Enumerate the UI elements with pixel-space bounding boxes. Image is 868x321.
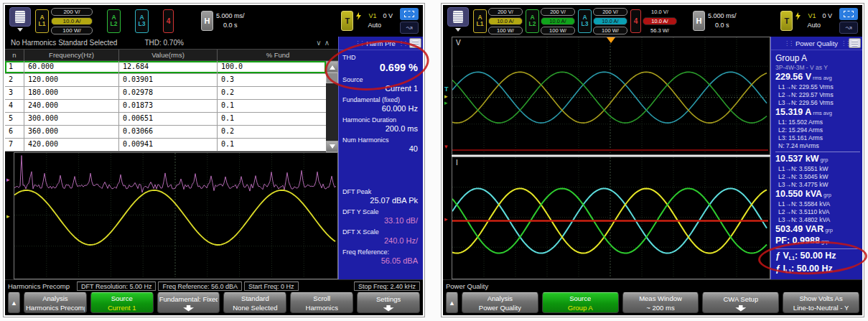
power-quality-titlebar[interactable]: ⋮⋮ Power Quality ⋮⋮ xyxy=(771,37,862,50)
table-row[interactable]: 2120.0000.039010.3 xyxy=(5,74,326,87)
channel-badge-4[interactable]: 4 xyxy=(630,9,641,33)
scroll-down-button[interactable] xyxy=(326,141,338,152)
table-row[interactable]: 4240.0000.018730.1 xyxy=(5,100,326,113)
table-cell: 240.000 xyxy=(24,100,118,112)
triangle-down-icon xyxy=(330,144,335,152)
scale-10-0-a[interactable]: 10.0 A/ xyxy=(51,17,93,25)
i-wave-canvas: I ▸ xyxy=(452,157,770,279)
scale-56-3-w[interactable]: 56.3 W/ xyxy=(643,27,677,34)
table-row[interactable]: 6360.0000.030660.2 xyxy=(5,126,326,139)
softkey-cwa-setup[interactable]: CWA Setup xyxy=(702,292,779,313)
channel-badge-L3[interactable]: AL3 xyxy=(135,9,149,33)
panel-menu-icon[interactable] xyxy=(409,38,421,48)
left-trigger-group: T V1 0 V Auto xyxy=(341,11,393,31)
softkey-analysis[interactable]: AnalysisHarmonics Precomp xyxy=(24,292,87,313)
trigger-button[interactable]: T xyxy=(780,11,793,31)
panel-menu-icon[interactable] xyxy=(849,38,861,48)
table-row[interactable]: 3180.0000.029780.2 xyxy=(5,87,326,100)
pq-big-f-i-50-00-hz: ƒ IL1: 50.00 Hz xyxy=(775,264,860,276)
dashed-rect-glyph xyxy=(404,11,414,17)
table-row[interactable]: 7420.0000.009410.1 xyxy=(5,139,326,152)
scale-10-0-a[interactable]: 10.0 A/ xyxy=(541,17,575,25)
softkey-settings[interactable]: Settings xyxy=(357,292,420,313)
collapse-chevron-icon[interactable]: ∨ xyxy=(316,39,324,47)
zoom-select-tool-icon[interactable] xyxy=(400,8,419,20)
channel-name: L1 xyxy=(477,21,484,27)
scale-10-0-a[interactable]: 10.0 A/ xyxy=(488,17,523,25)
field-fundamental-fixed: Fundamental (fixed)60.000 Hz xyxy=(342,96,419,114)
mode-label: Power Quality xyxy=(446,282,488,290)
scale-10-0-v[interactable]: 10.0 V/ xyxy=(643,8,677,16)
pq-text: Group A xyxy=(775,53,807,63)
scale-10-0-a[interactable]: 10.0 A/ xyxy=(593,17,627,25)
trigger-button[interactable]: T xyxy=(341,11,353,31)
channel-badge-L1[interactable]: AL1 xyxy=(473,9,487,33)
channel-name: L3 xyxy=(582,21,589,27)
harm-pre-fields: THD0.699 %SourceCurrent 1Fundamental (fi… xyxy=(339,50,423,279)
scale-100-w[interactable]: 100 W/ xyxy=(488,27,523,34)
main-menu-button[interactable] xyxy=(9,7,31,34)
table-cell: 0.3 xyxy=(217,74,326,86)
softkey-source[interactable]: SourceCurrent 1 xyxy=(90,292,154,313)
table-cell: 300.000 xyxy=(24,113,118,125)
table-cell: 2 xyxy=(5,74,24,86)
pq-big-229-56-v: 229.56 Vrms avg xyxy=(775,72,860,83)
expand-chevron-icon[interactable]: ∧ xyxy=(325,39,332,47)
table-row[interactable]: 160.00012.684100.0 xyxy=(5,61,326,74)
table-cell: 0.1 xyxy=(217,100,326,112)
softkey-top-label: Standard xyxy=(241,294,269,303)
waveform-tool-icon[interactable]: ↝ xyxy=(839,22,858,34)
channel-badge-L2[interactable]: AL2 xyxy=(526,9,539,33)
channel-4: 410.0 V/10.0 A/56.3 W/ xyxy=(630,7,677,35)
table-row[interactable]: 5300.0000.006510.1 xyxy=(5,113,326,126)
scale-100-w[interactable]: 100 W/ xyxy=(51,27,93,34)
scroll-up-button[interactable] xyxy=(326,61,338,73)
softkey-meas-window[interactable]: Meas Window~ 200 ms xyxy=(622,292,699,313)
harm-pre-titlebar[interactable]: ⋮⋮ Harm Pre ⋮⋮ xyxy=(339,37,423,50)
pq-sub-l1-n-3-5551-kw: L1→N: 3.5551 kW xyxy=(775,165,860,173)
horizontal-button[interactable]: H xyxy=(201,11,213,31)
scale-200-v[interactable]: 200 V/ xyxy=(541,8,575,16)
scrollbar-track[interactable] xyxy=(326,83,338,141)
pq-text: L3→N: 3.4802 kVA xyxy=(778,216,830,223)
scale-200-v[interactable]: 200 V/ xyxy=(593,8,627,16)
pq-sub-l3-n-3-4802-kva: L3→N: 3.4802 kVA xyxy=(775,216,860,224)
channel-badge-L1[interactable]: AL1 xyxy=(35,9,49,33)
menu-page-glyph xyxy=(851,40,858,47)
pq-groups: Group A3P-4W-3M - V as Y229.56 Vrms avgL… xyxy=(771,50,862,279)
channel-badge-4[interactable]: 4 xyxy=(163,9,174,33)
table-header-fund: % Fund xyxy=(217,50,338,60)
zoom-select-tool-icon[interactable] xyxy=(839,8,858,20)
scale-100-w[interactable]: 100 W/ xyxy=(541,27,575,34)
pq-sub-l2-n-229-57-vrms: L2→N: 229.57 Vrms xyxy=(775,91,860,99)
left-topbar: AL1200 V/10.0 A/100 W/AL2AL34 H 5.000 ms… xyxy=(5,5,423,37)
field-label: DFT Peak xyxy=(342,188,419,195)
arrow-up-icon: ▲ xyxy=(449,299,455,307)
main-menu-button[interactable] xyxy=(447,7,469,34)
pq-big-503-49-var: 503.49 VARgrp xyxy=(775,224,860,236)
scale-10-0-a[interactable]: 10.0 A/ xyxy=(643,17,677,25)
scale-200-v[interactable]: 200 V/ xyxy=(51,8,93,16)
softkey-page-up-button[interactable]: ▲ xyxy=(446,292,458,313)
softkey-source[interactable]: SourceGroup A xyxy=(542,292,619,313)
field-value-dft-x-scale: 240.0 Hz/ xyxy=(342,236,419,246)
horizontal-button[interactable]: H xyxy=(693,11,705,31)
softkey-fundamental-fixed[interactable]: Fundamental: Fixed xyxy=(157,292,220,313)
scale-200-v[interactable]: 200 V/ xyxy=(488,8,523,16)
field-dft-x-scale: DFT X Scale240.0 Hz/ xyxy=(342,228,419,246)
softkey-page-up-button[interactable]: ▲ xyxy=(8,292,20,313)
scrollbar-thumb[interactable] xyxy=(326,73,338,83)
scale-100-w[interactable]: 100 W/ xyxy=(593,27,627,34)
channel-badge-L2[interactable]: AL2 xyxy=(107,9,121,33)
softkey-show-volts-as[interactable]: Show Volts AsLine-to-Neutral - Y xyxy=(783,292,859,313)
channel-badge-L3[interactable]: AL3 xyxy=(578,9,592,33)
table-scrollbar[interactable] xyxy=(326,61,338,152)
waveform-tool-icon[interactable]: ↝ xyxy=(400,22,419,34)
channel-name: L1 xyxy=(39,21,46,27)
softkey-standard[interactable]: StandardNone Selected xyxy=(223,292,286,313)
table-cell: 0.2 xyxy=(217,87,326,99)
softkey-analysis[interactable]: AnalysisPower Quality xyxy=(462,292,538,313)
pq-sub-l3-15-161-arms: L3: 15.161 Arms xyxy=(775,134,860,142)
pq-big-10-550-kva: 10.550 kVAgrp xyxy=(775,189,860,200)
softkey-scroll[interactable]: ScrollHarmonics xyxy=(290,292,353,313)
